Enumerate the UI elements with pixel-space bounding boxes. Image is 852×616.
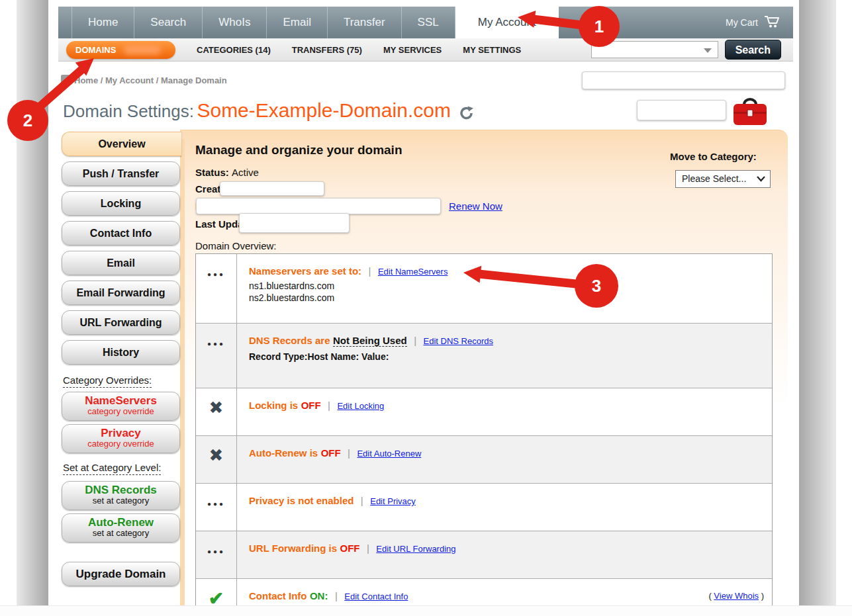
redacted-created-date: [220, 181, 324, 196]
sidebar-button-auto-renew-category[interactable]: Auto-Renew set at category: [62, 513, 180, 543]
row-dns-records: DNS Records are Not Being Used | Edit DN…: [196, 323, 772, 388]
view-whois-wrap: ( View Whois ): [708, 591, 764, 601]
sidebar-button-nameservers-override[interactable]: NameServers category override: [62, 392, 180, 421]
dots-icon: [196, 531, 237, 578]
row-title: Nameservers are set to:: [249, 265, 361, 277]
nameserver-value: ns1.bluestardns.com: [249, 281, 763, 291]
selected-option: Please Select...: [682, 173, 746, 184]
nav-tab-whois[interactable]: WhoIs: [203, 7, 267, 38]
dots-icon: [196, 324, 237, 388]
category-title: Auto-Renew: [62, 517, 179, 529]
row-title: Auto-Renew is: [249, 447, 318, 459]
domain-overview-table: Nameservers are set to: | Edit NameServe…: [195, 253, 773, 616]
domain-search-area: Search: [591, 40, 793, 60]
paren: (: [708, 591, 711, 601]
redacted-domain-count: [124, 45, 161, 54]
redacted-updated-date: [239, 213, 350, 233]
edit-auto-renew-link[interactable]: Edit Auto-Renew: [357, 449, 421, 459]
row-status: ON:: [310, 590, 328, 601]
top-navigation: Home Search WhoIs Email Transfer SSL My …: [58, 7, 793, 38]
nav-tab-ssl[interactable]: SSL: [402, 7, 455, 38]
sidebar-button-privacy-override[interactable]: Privacy category override: [62, 424, 180, 453]
override-title: Privacy: [62, 427, 179, 439]
view-whois-link[interactable]: View Whois: [714, 591, 759, 601]
row-title: Contact Info: [249, 590, 307, 601]
category-subtitle: set at category: [62, 496, 179, 506]
renew-now-link[interactable]: Renew Now: [449, 200, 502, 212]
home-icon: [61, 75, 70, 83]
subnav-tab-my-settings[interactable]: MY SETTINGS: [463, 45, 521, 55]
search-button[interactable]: Search: [725, 40, 781, 60]
dots-icon: [196, 254, 237, 323]
account-sub-navigation: DOMAINS CATEGORIES (14) TRANSFERS (75) M…: [58, 38, 793, 62]
redacted-account-info: [582, 71, 785, 89]
dns-record-header: Record Type:Host Name: Value:: [249, 351, 763, 362]
sidebar-tab-url-forwarding[interactable]: URL Forwarding: [62, 310, 180, 335]
separator: |: [369, 265, 371, 277]
panel-left-border: [180, 139, 185, 616]
row-privacy: Privacy is not enabled | Edit Privacy: [196, 483, 772, 531]
nav-tab-my-account[interactable]: My Account: [455, 7, 559, 38]
domain-manager-page: Home Search WhoIs Email Transfer SSL My …: [0, 0, 852, 616]
redacted-expiry-date: [196, 198, 441, 214]
page-title: Domain Settings: Some-Example-Domain.com: [63, 99, 475, 124]
override-subtitle: category override: [62, 439, 179, 449]
edit-url-forwarding-link[interactable]: Edit URL Forwarding: [376, 544, 455, 554]
override-subtitle: category override: [62, 407, 179, 416]
redacted-domain-tag: [637, 100, 726, 120]
row-url-forwarding: URL Forwarding is OFF | Edit URL Forward…: [196, 531, 772, 578]
refresh-icon[interactable]: [459, 105, 475, 124]
window-edge-right: [799, 0, 836, 616]
sidebar-tab-push-transfer[interactable]: Push / Transfer: [62, 161, 180, 186]
my-cart-button[interactable]: My Cart: [726, 7, 793, 38]
sidebar-tab-overview[interactable]: Overview: [62, 132, 181, 156]
row-locking: Locking is OFF | Edit Locking: [196, 388, 772, 435]
status-line: Status: Active: [195, 167, 259, 178]
row-status: OFF: [340, 543, 360, 554]
sidebar-tab-contact-info[interactable]: Contact Info: [62, 221, 180, 245]
row-title: Privacy is not enabled: [249, 495, 354, 506]
sidebar-tab-email[interactable]: Email: [62, 251, 180, 275]
move-to-category-label: Move to Category:: [670, 151, 757, 162]
toolbox-icon[interactable]: [732, 96, 768, 129]
domain-name: Some-Example-Domain.com: [197, 99, 450, 121]
sidebar-tab-locking[interactable]: Locking: [62, 191, 180, 216]
edit-locking-link[interactable]: Edit Locking: [337, 401, 384, 411]
chevron-down-icon: [704, 48, 712, 53]
subnav-tab-domains[interactable]: DOMAINS: [66, 41, 175, 59]
edit-dns-records-link[interactable]: Edit DNS Records: [424, 336, 493, 346]
row-title: DNS Records are: [249, 335, 330, 346]
paren: ): [761, 591, 764, 601]
nav-tab-search[interactable]: Search: [134, 7, 203, 38]
nameserver-value: ns2.bluestardns.com: [249, 292, 763, 303]
upgrade-domain-button[interactable]: Upgrade Domain: [62, 562, 180, 586]
domains-label: DOMAINS: [75, 45, 116, 55]
row-status: OFF: [301, 400, 321, 411]
breadcrumb[interactable]: Home / My Account / Manage Domain: [74, 75, 227, 85]
edit-privacy-link[interactable]: Edit Privacy: [370, 496, 416, 506]
separator: |: [328, 400, 330, 411]
separator: |: [335, 590, 338, 601]
edit-contact-info-link[interactable]: Edit Contact Info: [344, 592, 408, 601]
row-auto-renew: Auto-Renew is OFF | Edit Auto-Renew: [196, 435, 772, 483]
sidebar-tab-history[interactable]: History: [62, 340, 180, 365]
nav-tab-email[interactable]: Email: [267, 7, 328, 38]
dots-icon: [196, 484, 237, 531]
subnav-tab-my-services[interactable]: MY SERVICES: [383, 45, 442, 55]
edit-nameservers-link[interactable]: Edit NameServers: [378, 267, 448, 277]
nav-tab-transfer[interactable]: Transfer: [328, 7, 402, 38]
subnav-tab-categories[interactable]: CATEGORIES (14): [197, 45, 271, 55]
category-subtitle: set at category: [62, 529, 179, 538]
sidebar-tab-email-forwarding[interactable]: Email Forwarding: [62, 281, 180, 305]
window-edge-left: [17, 0, 48, 616]
cart-icon: [764, 15, 781, 30]
subnav-tab-transfers[interactable]: TRANSFERS (75): [292, 45, 362, 55]
sidebar-button-dns-records-category[interactable]: DNS Records set at category: [62, 481, 180, 510]
move-to-category-select[interactable]: Please Select...: [675, 170, 771, 188]
category-overrides-label: Category Overrides:: [63, 374, 152, 388]
nav-tab-home[interactable]: Home: [71, 7, 134, 38]
separator: |: [414, 335, 416, 346]
separator: |: [348, 447, 350, 459]
row-status: OFF: [321, 447, 341, 459]
search-input[interactable]: [591, 41, 718, 58]
